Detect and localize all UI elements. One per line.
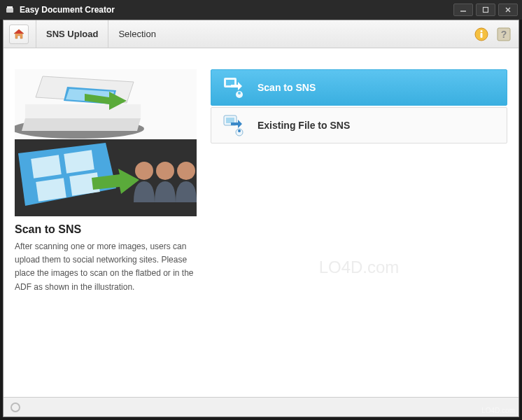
close-button[interactable] (498, 4, 518, 16)
description-text: After scanning one or more images, users… (15, 240, 197, 294)
watermark-corner: LO4D.com (481, 407, 515, 414)
svg-point-9 (481, 30, 483, 32)
svg-rect-3 (484, 8, 488, 13)
option-scan-to-sns[interactable]: Scan to SNS (211, 69, 507, 106)
svg-rect-18 (36, 178, 66, 201)
left-panel: Scan to SNS After scanning one or more i… (15, 69, 197, 390)
svg-point-30 (238, 130, 241, 132)
info-button[interactable] (472, 25, 491, 43)
option-existing-file-to-sns[interactable]: Existing File to SNS (211, 107, 507, 144)
svg-rect-28 (226, 118, 234, 123)
svg-rect-16 (31, 155, 62, 178)
breadcrumb-sns-upload[interactable]: SNS Upload (36, 20, 108, 48)
app-icon (4, 4, 15, 15)
svg-rect-17 (64, 150, 94, 173)
window-title: Easy Document Creator (20, 5, 453, 15)
watermark-center: LO4D.com (211, 145, 507, 390)
breadcrumb-selection: Selection (108, 20, 165, 48)
titlebar: Easy Document Creator (0, 0, 522, 20)
status-indicator-icon (10, 402, 20, 412)
toolbar: SNS Upload Selection ? (3, 20, 519, 48)
minimize-button[interactable] (453, 4, 473, 16)
help-button[interactable]: ? (495, 25, 513, 43)
svg-text:?: ? (501, 29, 507, 40)
svg-rect-1 (7, 6, 13, 8)
svg-point-20 (135, 162, 153, 180)
maximize-button[interactable] (476, 4, 495, 16)
svg-marker-7 (14, 29, 24, 34)
existing-file-icon (221, 113, 246, 138)
description-title: Scan to SNS (15, 223, 197, 236)
svg-point-22 (177, 162, 195, 180)
option-label: Scan to SNS (258, 82, 316, 93)
home-button[interactable] (9, 24, 29, 44)
scanner-illustration-top (15, 69, 197, 139)
right-panel: Scan to SNS Existing File to SNS (211, 69, 507, 390)
svg-rect-10 (481, 33, 483, 38)
statusbar (3, 397, 519, 416)
scanner-illustration-bottom (15, 139, 197, 216)
svg-point-26 (238, 92, 241, 94)
scan-to-sns-icon (221, 75, 246, 100)
option-label: Existing File to SNS (258, 120, 350, 131)
svg-rect-24 (226, 80, 234, 85)
svg-rect-0 (6, 8, 13, 13)
svg-point-21 (156, 162, 174, 180)
